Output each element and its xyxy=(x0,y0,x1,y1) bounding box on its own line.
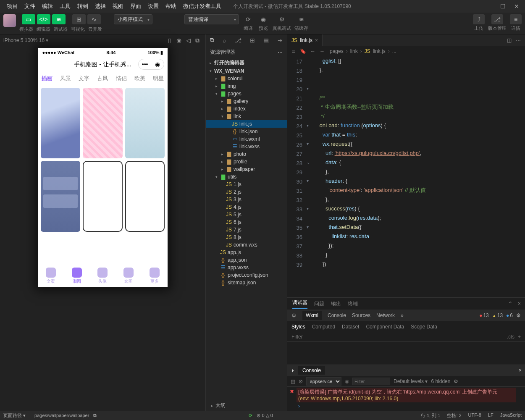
tree-item[interactable]: ▸▇index xyxy=(206,105,287,113)
device-icon[interactable]: ▯ xyxy=(165,35,174,45)
category-tab[interactable]: 风景 xyxy=(57,75,74,82)
eye-icon[interactable]: ◉ xyxy=(345,378,349,384)
tree-item[interactable]: {}link.json xyxy=(206,128,287,135)
console-prompt[interactable]: › xyxy=(297,402,516,410)
status-item[interactable]: LF xyxy=(488,412,494,419)
simulator-button[interactable]: ▭ xyxy=(22,14,35,24)
menu-item[interactable]: 界面 xyxy=(127,1,144,12)
menu-item[interactable]: 编辑 xyxy=(39,1,56,12)
hidden-count[interactable]: 6 hidden xyxy=(431,378,450,384)
back-icon[interactable]: ← xyxy=(310,48,315,54)
tree-item[interactable]: JS2.js xyxy=(206,188,287,196)
close-console-icon[interactable]: × xyxy=(519,368,522,373)
tab-console[interactable]: Console xyxy=(328,312,346,318)
info-badge[interactable]: 6 xyxy=(506,312,513,318)
nav-item[interactable]: 更多 xyxy=(142,264,168,287)
context-select[interactable]: appservice xyxy=(306,377,341,386)
tree-item[interactable]: JSapp.js xyxy=(206,249,287,256)
category-tabs[interactable]: 插画风景文字古风情侣欧美明星 xyxy=(38,72,168,85)
tree-item[interactable]: {}project.config.json xyxy=(206,271,287,279)
gear-icon[interactable]: ⚙ xyxy=(516,312,521,318)
tab-output[interactable]: 输出 xyxy=(331,300,341,307)
tree-item[interactable]: JS6.js xyxy=(206,218,287,226)
thumbnail[interactable] xyxy=(125,88,165,158)
tab-network[interactable]: Network xyxy=(376,312,395,318)
add-icon[interactable]: + xyxy=(518,334,521,340)
more-icon[interactable]: ⋯ xyxy=(516,37,521,43)
layers-icon[interactable]: ⧉ xyxy=(193,35,202,45)
search-icon[interactable]: ⌕ xyxy=(223,37,226,44)
warn-badge[interactable]: 13 xyxy=(492,312,503,318)
compile-dropdown[interactable]: 普通编译 xyxy=(184,14,239,24)
menu-item[interactable]: 微信开发者工具 xyxy=(180,1,225,12)
debugger-button[interactable]: ≋ xyxy=(52,14,66,24)
layout-icon[interactable]: ⊞ xyxy=(250,37,255,44)
record-icon[interactable]: ◉ xyxy=(174,35,184,45)
tree-item[interactable]: {}sitemap.json xyxy=(206,279,287,286)
tree-item[interactable]: JS3.js xyxy=(206,196,287,203)
category-tab[interactable]: 明星 xyxy=(150,75,167,82)
tree-item[interactable]: ▸▇gallery xyxy=(206,97,287,105)
status-item[interactable]: 行 1, 列 1 xyxy=(421,412,440,419)
tree-item[interactable]: ▾▇link xyxy=(206,113,287,120)
tree-item[interactable]: JS8.js xyxy=(206,234,287,241)
menu-item[interactable]: 视图 xyxy=(109,1,127,12)
tree-section[interactable]: ▾WX_WENAN xyxy=(206,67,287,75)
phone-simulator[interactable]: ●●●●● WeChat 8:44 100% ▮ 手机潮图 - 让手机秀... … xyxy=(38,48,168,287)
thumbnail[interactable] xyxy=(83,161,123,231)
tree-item[interactable]: ▸▇photo xyxy=(206,150,287,158)
page-path-label[interactable]: 页面路径 ▾ xyxy=(3,412,26,419)
more-icon[interactable]: ⋯ xyxy=(278,50,283,55)
console-filter-input[interactable] xyxy=(352,378,390,385)
console-expand-icon[interactable]: ⏵ xyxy=(291,368,296,373)
tab-wxml[interactable]: Wxml xyxy=(302,311,322,320)
upload-icon[interactable]: ⤴ xyxy=(473,14,485,24)
tree-item[interactable]: JS7.js xyxy=(206,226,287,234)
status-metrics[interactable]: ⊘ 0 △ 0 xyxy=(257,413,273,418)
tree-item[interactable]: ▾▇utils xyxy=(206,173,287,181)
details-icon[interactable]: ≡ xyxy=(510,14,522,24)
gear-icon[interactable]: ⚙ xyxy=(454,378,458,384)
mute-icon[interactable]: ◁ xyxy=(184,35,193,45)
nav-item[interactable]: 文案 xyxy=(38,264,64,287)
tree-item[interactable]: {}app.json xyxy=(206,256,287,264)
minimize-icon[interactable]: — xyxy=(486,3,492,10)
copy-icon[interactable]: ⧉ xyxy=(93,413,97,418)
close-tab-icon[interactable]: × xyxy=(315,37,318,43)
error-badge[interactable]: 13 xyxy=(479,312,489,318)
tree-item[interactable]: ▸▇img xyxy=(206,82,287,90)
category-tab[interactable]: 插画 xyxy=(38,75,56,82)
tree-item[interactable]: ▸▇colorui xyxy=(206,75,287,82)
inspect-icon[interactable]: ⯐ xyxy=(291,312,297,318)
bookmark-icon[interactable]: 🔖 xyxy=(300,48,306,54)
list-icon[interactable]: ≣ xyxy=(291,48,296,54)
nav-item[interactable]: 潮图 xyxy=(64,264,90,287)
close-icon[interactable]: ✕ xyxy=(514,3,519,10)
maximize-icon[interactable]: ☐ xyxy=(500,3,506,10)
thumbnail[interactable] xyxy=(41,161,81,231)
tab-terminal[interactable]: 终端 xyxy=(348,300,358,307)
cls-toggle[interactable]: .cls xyxy=(507,334,514,340)
preview-icon[interactable]: ◉ xyxy=(257,14,269,24)
tree-item[interactable]: JS4.js xyxy=(206,203,287,211)
tab-styles[interactable]: Styles xyxy=(291,324,305,330)
outline-section[interactable]: ▸ 大纲 xyxy=(206,400,287,411)
capsule[interactable]: •••◉ xyxy=(138,59,164,70)
category-tab[interactable]: 情侣 xyxy=(113,75,130,82)
toggle-sidebar-icon[interactable]: ▤ xyxy=(291,378,295,384)
editor-tab[interactable]: JSlink.js× xyxy=(287,34,323,46)
cloud-button[interactable]: ∿ xyxy=(87,14,101,24)
nav-item[interactable]: 套图 xyxy=(116,264,142,287)
menu-item[interactable]: 项目 xyxy=(3,1,21,12)
editor-button[interactable]: </> xyxy=(37,14,50,24)
tree-item[interactable]: JS5.js xyxy=(206,211,287,218)
category-tab[interactable]: 欧美 xyxy=(131,75,149,82)
tree-item[interactable]: ▾▇pages xyxy=(206,90,287,97)
menu-item[interactable]: 工具 xyxy=(56,1,74,12)
sim-device[interactable]: iPhone 5 100% 16 ▾ xyxy=(3,37,48,43)
split-icon[interactable]: ◫ xyxy=(507,37,512,43)
visual-button[interactable]: ⊞ xyxy=(72,14,86,24)
nav-item[interactable]: 头像 xyxy=(90,264,116,287)
console-tab[interactable]: Console xyxy=(298,366,325,375)
db-icon[interactable]: ▤ xyxy=(263,37,269,44)
